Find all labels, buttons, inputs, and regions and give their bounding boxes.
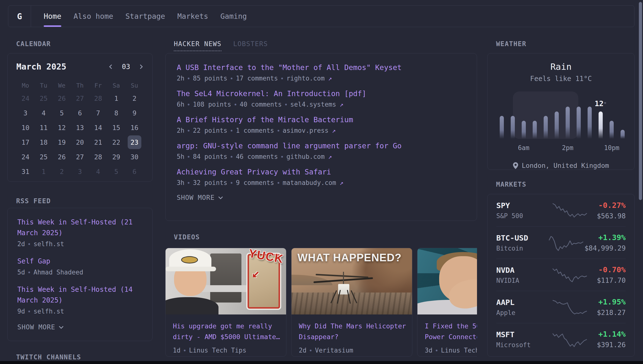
meta-dot-icon: [188, 156, 189, 158]
weather-bar: [577, 106, 581, 139]
nav-tab-also-home[interactable]: Also home: [74, 6, 113, 27]
meta-dot-icon: [188, 182, 189, 184]
weather-time-label: 6am: [518, 144, 529, 152]
news-item-title[interactable]: A Brief History of the Miracle Bacterium: [177, 116, 465, 124]
market-row-aapl[interactable]: AAPLApple+1.95%$218.27: [496, 291, 626, 323]
video-thumbnail[interactable]: WHAT HAPPENED?: [291, 248, 412, 314]
news-item-title[interactable]: The SeL4 Microkernel: An Introduction [p…: [177, 89, 465, 98]
news-item-age: 5h: [177, 153, 184, 160]
market-row-right: -0.70%$117.70: [597, 265, 626, 284]
video-title[interactable]: dirty - AMD $5000 Ultimate…: [173, 332, 279, 342]
calendar-day-cell: 10: [16, 120, 35, 135]
tab-hacker-news[interactable]: HACKER NEWS: [174, 40, 221, 51]
news-item-title[interactable]: argp: GNU-style command line argument pa…: [177, 142, 465, 150]
video-title[interactable]: I Fixed the 5090: [425, 321, 477, 332]
news-item-source[interactable]: righto.com: [286, 75, 325, 82]
market-sparkline: [551, 298, 588, 316]
nav-tab-home[interactable]: Home: [44, 6, 61, 27]
rss-item-source: Ahmad Shadeed: [34, 268, 83, 276]
video-title[interactable]: Why Did The Mars Helicopter: [299, 321, 405, 332]
videos-row: YUCK↙His upgrade got me reallydirty - AM…: [165, 248, 477, 357]
nav-tabs: Home Also home Startpage Markets Gaming: [31, 6, 247, 27]
video-channel: Linus Tech Tips: [441, 347, 477, 354]
market-row-spy[interactable]: SPYS&P 500-0.27%$563.98: [496, 194, 626, 226]
rss-item-age: 9d: [17, 308, 25, 315]
video-thumbnail[interactable]: DOTHT: [417, 248, 477, 314]
nav-tab-markets[interactable]: Markets: [177, 6, 208, 27]
weather-bar: [500, 116, 504, 139]
weather-feels-like: Feels like 11°C: [487, 75, 634, 83]
news-show-more-button[interactable]: SHOW MORE: [177, 194, 465, 201]
calendar-day-cell: 27: [71, 150, 89, 164]
nav-tab-gaming[interactable]: Gaming: [220, 6, 247, 27]
market-change: +1.95%: [597, 298, 626, 306]
weather-current-temp: 12°: [595, 99, 607, 108]
weather-hourly-chart: 12°: [495, 90, 628, 139]
calendar-day-cell: 20: [71, 135, 89, 150]
video-age: 3d: [425, 347, 432, 354]
news-item-meta: 5h84 points46 commentsgithub.com↗: [177, 153, 465, 160]
app-logo[interactable]: G: [8, 6, 31, 27]
market-row-right: +1.14%$391.26: [597, 330, 626, 349]
calendar-day-cell: 4: [89, 164, 107, 179]
video-title[interactable]: His upgrade got me really: [173, 321, 279, 332]
weather-bar: [566, 106, 570, 139]
market-name: Apple: [496, 309, 543, 316]
weather-time-label: 2pm: [562, 144, 573, 152]
video-meta: 1dLinus Tech Tips: [173, 347, 279, 354]
rss-item-meta: 2dselfh.st: [17, 240, 143, 248]
meta-dot-icon: [281, 156, 283, 158]
nav-tab-startpage[interactable]: Startpage: [126, 6, 165, 27]
meta-dot-icon: [281, 78, 283, 79]
calendar-next-button[interactable]: [138, 64, 144, 70]
video-card[interactable]: WHAT HAPPENED?Why Did The Mars Helicopte…: [291, 248, 412, 357]
market-row-msft[interactable]: MSFTMicrosoft+1.14%$391.26: [496, 323, 626, 355]
calendar-day-cell: 24: [16, 91, 35, 106]
rss-item-title[interactable]: This Week in Self-Hosted (14 March 2025): [17, 284, 143, 306]
weather-bar: [587, 106, 592, 139]
calendar-prev-button[interactable]: [108, 64, 115, 70]
news-item-source[interactable]: asimov.press: [283, 127, 329, 134]
calendar-day-cell: 18: [35, 135, 53, 150]
calendar-day-cell: 26: [53, 150, 71, 164]
page-scrollbar-thumb[interactable]: [639, 2, 642, 200]
weather-time-label: 10pm: [604, 144, 619, 152]
rss-item-title[interactable]: This Week in Self-Hosted (21 March 2025): [17, 217, 143, 238]
calendar-selected-day: 23: [128, 136, 141, 149]
market-row-nvda[interactable]: NVDANVIDIA-0.70%$117.70: [496, 258, 626, 291]
market-change: +1.39%: [584, 233, 626, 242]
market-row-btc-usd[interactable]: BTC-USDBitcoin+1.39%$84,999.29: [496, 226, 626, 258]
rss-item: This Week in Self-Hosted (14 March 2025)…: [17, 284, 143, 315]
calendar-day-cell: 6: [71, 106, 89, 120]
meta-dot-icon: [231, 130, 232, 132]
video-thumbnail[interactable]: YUCK↙: [166, 248, 286, 314]
news-item: argp: GNU-style command line argument pa…: [177, 142, 465, 160]
news-item-source[interactable]: matanabudy.com: [283, 179, 336, 186]
rss-show-more-button[interactable]: SHOW MORE: [17, 323, 143, 331]
video-card[interactable]: YUCK↙His upgrade got me reallydirty - AM…: [165, 248, 286, 357]
thumb-helicopter-part: [331, 290, 337, 304]
news-item-comments: 9 comments: [236, 179, 274, 186]
video-title[interactable]: Disappear?: [299, 332, 405, 342]
tab-lobsters[interactable]: LOBSTERS: [233, 40, 268, 51]
market-ticker: MSFT: [496, 330, 543, 339]
news-items: A USB Interface to the "Mother of All De…: [177, 63, 465, 186]
news-item-source[interactable]: sel4.systems: [290, 101, 336, 108]
news-item-source[interactable]: github.com: [286, 153, 325, 160]
calendar-day-cell: 28: [89, 91, 107, 106]
videos-section-title: VIDEOS: [174, 233, 200, 241]
market-sparkline: [551, 266, 588, 284]
weather-bar: [555, 112, 559, 139]
market-row-right: +1.39%$84,999.29: [584, 233, 626, 252]
thumb-helicopter-part: [351, 290, 357, 304]
calendar-day-cell: 26: [53, 91, 71, 106]
rss-item-title[interactable]: Self Gap: [17, 256, 143, 267]
markets-card: SPYS&P 500-0.27%$563.98BTC-USDBitcoin+1.…: [487, 194, 635, 357]
news-item-title[interactable]: Achieving Great Privacy with Safari: [177, 168, 465, 176]
news-item-title[interactable]: A USB Interface to the "Mother of All De…: [177, 63, 465, 72]
calendar-day-cell: 11: [35, 120, 53, 135]
video-title[interactable]: Power Connector: [425, 332, 477, 342]
news-item-comments: 1 comments: [236, 127, 274, 134]
video-card[interactable]: DOTHTI Fixed the 5090Power Connector3dLi…: [417, 248, 477, 357]
weather-temp-value: 12: [595, 99, 603, 108]
